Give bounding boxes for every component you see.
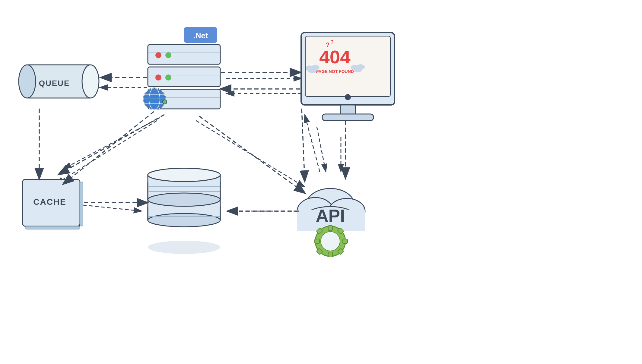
svg-line-87 bbox=[63, 112, 154, 184]
svg-point-45 bbox=[345, 94, 351, 100]
svg-point-65 bbox=[148, 168, 220, 182]
cache-label: CACHE bbox=[33, 197, 66, 207]
svg-rect-47 bbox=[80, 182, 83, 226]
svg-rect-74 bbox=[328, 252, 332, 257]
dotnet-badge: .Net bbox=[193, 31, 208, 40]
svg-text:?: ? bbox=[326, 41, 329, 48]
queue-component: QUEUE bbox=[19, 65, 99, 98]
svg-point-72 bbox=[321, 232, 340, 251]
svg-point-40 bbox=[356, 64, 365, 70]
svg-point-18 bbox=[155, 52, 161, 58]
svg-point-22 bbox=[155, 74, 161, 81]
database-component bbox=[148, 168, 220, 254]
svg-point-13 bbox=[19, 65, 36, 98]
monitor-component: 404 PAGE NOT FOUND ? ? bbox=[301, 33, 395, 121]
svg-point-59 bbox=[148, 193, 220, 206]
queue-label: QUEUE bbox=[39, 79, 70, 88]
svg-line-86 bbox=[302, 109, 305, 181]
svg-point-37 bbox=[311, 65, 319, 70]
svg-rect-76 bbox=[343, 239, 348, 243]
cache-component: CACHE bbox=[23, 179, 83, 229]
svg-point-14 bbox=[82, 65, 99, 98]
svg-point-49 bbox=[148, 241, 220, 254]
api-component: API bbox=[297, 188, 365, 257]
svg-rect-75 bbox=[315, 239, 319, 243]
svg-line-8 bbox=[83, 205, 142, 211]
404-text: 404 bbox=[319, 46, 351, 67]
svg-line-7 bbox=[305, 115, 320, 172]
api-label: API bbox=[316, 206, 345, 225]
svg-point-19 bbox=[165, 52, 171, 58]
server-component: .Net bbox=[144, 27, 220, 110]
svg-rect-44 bbox=[322, 114, 373, 121]
svg-text:?: ? bbox=[331, 40, 334, 45]
svg-line-3 bbox=[56, 121, 157, 184]
svg-rect-73 bbox=[328, 226, 332, 230]
svg-point-32 bbox=[163, 100, 167, 104]
diagram-container: QUEUE .Net bbox=[0, 0, 642, 364]
svg-point-52 bbox=[148, 214, 220, 227]
svg-point-23 bbox=[165, 74, 171, 81]
page-not-found-text: PAGE NOT FOUND bbox=[316, 69, 354, 74]
svg-rect-48 bbox=[25, 226, 80, 229]
